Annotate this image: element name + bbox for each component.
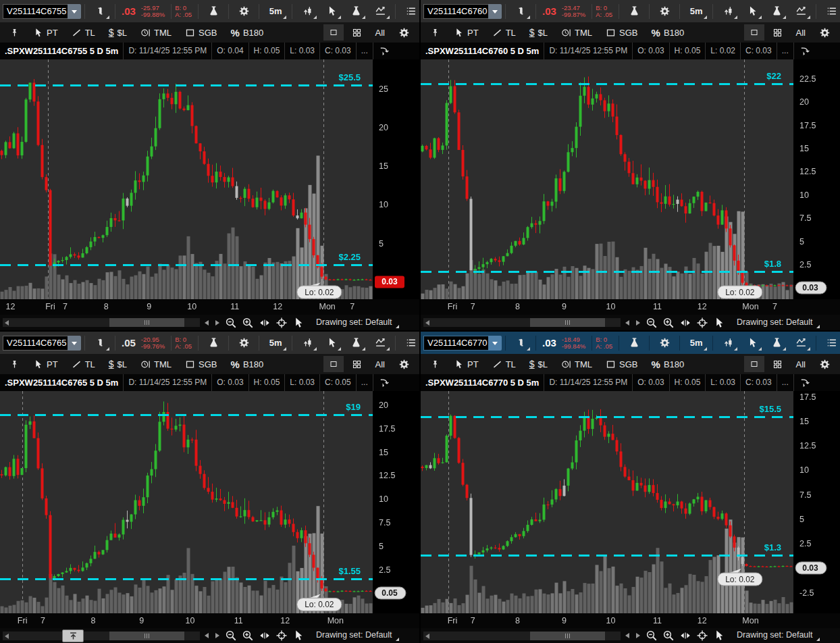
zoom-in-icon[interactable] <box>661 629 676 642</box>
single-chart-layout-button[interactable] <box>744 356 764 372</box>
price-chart-canvas[interactable] <box>421 59 840 315</box>
studies-flask-button[interactable] <box>765 2 788 21</box>
grid-layout-button[interactable] <box>346 355 367 373</box>
pin-icon[interactable] <box>425 24 446 41</box>
scroll-left-arrow[interactable] <box>425 320 429 326</box>
toolbar-gear-button[interactable] <box>393 24 415 41</box>
bar-width-icon[interactable] <box>678 317 693 329</box>
analyze-flask-button[interactable] <box>202 2 225 21</box>
step-right-button[interactable] <box>213 318 221 328</box>
chart-type-button[interactable] <box>716 2 739 21</box>
b180-tool-button[interactable]: %B180 <box>646 24 690 41</box>
symbol-dropdown-button[interactable] <box>68 4 81 19</box>
chart-type-button[interactable] <box>296 334 319 353</box>
grid-layout-button[interactable] <box>767 24 788 41</box>
b180-tool-button[interactable]: %B180 <box>646 355 690 373</box>
jump-to-latest-button[interactable] <box>62 629 84 642</box>
zoom-out-icon[interactable] <box>224 629 238 642</box>
all-charts-button[interactable]: All <box>791 24 811 41</box>
cursor-icon[interactable] <box>291 317 306 329</box>
symbol-input[interactable]: V251114C6760 <box>423 4 488 19</box>
time-scrollbar[interactable] <box>3 632 200 640</box>
time-scrollbar[interactable] <box>423 632 621 640</box>
time-level-tool-button[interactable]: TML <box>135 355 177 373</box>
time-level-tool-button[interactable]: TML <box>135 24 177 41</box>
time-level-tool-button[interactable]: TML <box>556 355 598 373</box>
price-level-tool-button[interactable]: $$L <box>524 355 553 373</box>
status-more-button[interactable]: ... <box>357 43 373 59</box>
studies-flask-button[interactable] <box>344 334 367 353</box>
grid-layout-button[interactable] <box>346 24 367 41</box>
patterns-button[interactable] <box>369 334 392 353</box>
settings-gear-button[interactable] <box>232 334 255 353</box>
pin-icon[interactable] <box>4 24 25 41</box>
timeframe-button[interactable]: 5m <box>683 2 709 21</box>
scrollbar-thumb[interactable] <box>530 632 605 640</box>
thermometer-icon[interactable] <box>88 2 111 21</box>
time-level-tool-button[interactable]: TML <box>556 24 598 41</box>
zoom-out-icon[interactable] <box>644 317 659 329</box>
step-right-button[interactable] <box>213 631 221 640</box>
trendline-tool-button[interactable]: TL <box>487 24 521 41</box>
scroll-left-arrow[interactable] <box>5 320 9 326</box>
single-chart-layout-button[interactable] <box>323 356 344 372</box>
auto-scale-icon[interactable] <box>379 374 390 391</box>
analyze-flask-button[interactable] <box>623 2 646 21</box>
analyze-flask-button[interactable] <box>623 334 646 353</box>
cursor-icon[interactable] <box>712 317 727 329</box>
symbol-input[interactable]: V251114C6765 <box>3 336 68 351</box>
scrollbar-thumb[interactable] <box>530 318 605 327</box>
studies-flask-button[interactable] <box>765 334 788 353</box>
timeframe-button[interactable]: 5m <box>263 334 288 353</box>
b180-tool-button[interactable]: %B180 <box>226 24 269 41</box>
menu-icon[interactable] <box>820 2 840 21</box>
symbol-dropdown-button[interactable] <box>488 4 502 19</box>
zoom-out-icon[interactable] <box>224 317 238 329</box>
settings-gear-button[interactable] <box>232 2 255 21</box>
patterns-button[interactable] <box>369 2 392 21</box>
toolbar-gear-button[interactable] <box>393 355 415 373</box>
menu-icon[interactable] <box>399 2 419 21</box>
toolbar-gear-button[interactable] <box>814 24 836 41</box>
crosshair-icon[interactable] <box>695 317 710 329</box>
status-more-button[interactable]: ... <box>357 374 373 391</box>
timeframe-button[interactable]: 5m <box>683 334 709 353</box>
patterns-button[interactable] <box>789 334 812 353</box>
crosshair-icon[interactable] <box>274 629 289 642</box>
bar-width-icon[interactable] <box>257 629 272 642</box>
time-scrollbar[interactable] <box>423 318 621 327</box>
thermometer-icon[interactable] <box>88 334 111 353</box>
pointer-tool-button[interactable]: PT <box>28 24 63 41</box>
scrollbar-thumb[interactable] <box>109 632 184 640</box>
studies-flask-button[interactable] <box>344 2 367 21</box>
step-right-button[interactable] <box>633 631 642 640</box>
scrollbar-thumb[interactable] <box>109 318 184 327</box>
bar-width-icon[interactable] <box>257 317 272 329</box>
cursor-tool-button[interactable] <box>741 334 764 353</box>
symbol-dropdown-button[interactable] <box>488 336 502 351</box>
symbol-input[interactable]: V251114C6755 <box>3 4 68 19</box>
step-right-button[interactable] <box>633 318 642 328</box>
bar-width-icon[interactable] <box>678 629 693 642</box>
chart-type-button[interactable] <box>296 2 319 21</box>
drawing-set-selector[interactable]: Drawing set: Default <box>734 629 821 642</box>
symbol-input[interactable]: V251114C6770 <box>423 336 488 351</box>
trendline-tool-button[interactable]: TL <box>66 355 101 373</box>
thermometer-icon[interactable] <box>509 334 532 353</box>
thermometer-icon[interactable] <box>509 2 532 21</box>
step-left-button[interactable] <box>202 318 211 328</box>
auto-scale-icon[interactable] <box>799 374 811 391</box>
drawing-set-selector[interactable]: Drawing set: Default <box>313 316 400 330</box>
drawing-set-selector[interactable]: Drawing set: Default <box>313 629 400 642</box>
cursor-tool-button[interactable] <box>320 2 343 21</box>
status-more-button[interactable]: ... <box>777 43 794 59</box>
sgb-tool-button[interactable]: SGB <box>600 355 643 373</box>
scroll-left-arrow[interactable] <box>5 634 9 639</box>
sgb-tool-button[interactable]: SGB <box>600 24 643 41</box>
menu-icon[interactable] <box>820 334 840 353</box>
pointer-tool-button[interactable]: PT <box>448 24 484 41</box>
trendline-tool-button[interactable]: TL <box>487 355 521 373</box>
analyze-flask-button[interactable] <box>202 334 225 353</box>
step-left-button[interactable] <box>202 631 211 640</box>
pin-icon[interactable] <box>4 355 25 373</box>
